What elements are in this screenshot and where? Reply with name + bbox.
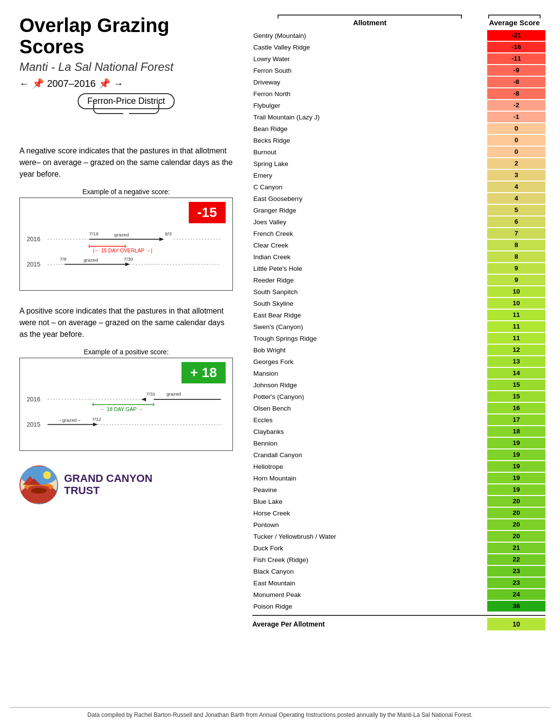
main-content: Overlap Grazing Scores Manti - La Sal Na… bbox=[10, 10, 550, 702]
table-row: East Mountain23 bbox=[252, 577, 545, 589]
allotment-score: 15 bbox=[487, 380, 545, 390]
table-row: Blue Lake20 bbox=[252, 496, 545, 507]
arrow-left-icon: ← bbox=[19, 78, 29, 89]
allotment-name: Fish Creek (Ridge) bbox=[252, 556, 487, 563]
svg-text:←  18 DAY GAP  →: ← 18 DAY GAP → bbox=[100, 406, 143, 412]
arrow-right-icon: → bbox=[114, 78, 123, 89]
district-label: Ferron-Price District bbox=[78, 93, 175, 109]
allotment-name: Crandall Canyon bbox=[252, 451, 487, 459]
svg-text:|←  15 DAY OVERLAP  →|: |← 15 DAY OVERLAP →| bbox=[93, 248, 152, 253]
table-row: French Creek7 bbox=[252, 228, 545, 239]
allotment-name: Claybanks bbox=[252, 428, 487, 435]
allotment-name: Reeder Ridge bbox=[252, 277, 487, 284]
table-row: Indian Creek8 bbox=[252, 251, 545, 263]
allotment-score: 19 bbox=[487, 473, 545, 483]
allotment-name: Heliotrope bbox=[252, 463, 487, 470]
col-allotment-header: Allotment bbox=[254, 15, 485, 27]
allotment-name: Pontown bbox=[252, 521, 487, 529]
svg-text:grazed: grazed bbox=[115, 232, 129, 237]
table-header: Allotment Average Score bbox=[252, 15, 545, 27]
allotment-name: Horse Creek bbox=[252, 510, 487, 517]
allotment-score: 23 bbox=[487, 566, 545, 577]
allotment-score: 0 bbox=[487, 123, 545, 134]
year-range: ← 📌 2007–2016 📌 → bbox=[19, 78, 233, 89]
table-row: Gentry (Mountain)-21 bbox=[252, 30, 545, 41]
avg-score: 10 bbox=[487, 618, 545, 630]
allotment-score: 13 bbox=[487, 356, 545, 367]
table-row: C Canyon4 bbox=[252, 181, 545, 193]
allotment-name: Emery bbox=[252, 172, 487, 179]
avg-label: Average Per Allotment bbox=[252, 620, 487, 628]
allotment-score: 2 bbox=[487, 158, 545, 169]
allotment-name: Ferron North bbox=[252, 90, 487, 98]
svg-text:grazed: grazed bbox=[83, 257, 98, 263]
svg-text:grazed: grazed bbox=[166, 391, 181, 397]
allotment-name: Duck Fork bbox=[252, 545, 487, 552]
allotment-name: Granger Ridge bbox=[252, 207, 487, 214]
allotment-name: Tucker / Yellowbrush / Water bbox=[252, 533, 487, 540]
allotment-score: 8 bbox=[487, 251, 545, 262]
positive-example-box: + 18 2016 ← 18 DAY GAP → 7/31 bbox=[19, 358, 233, 451]
svg-point-42 bbox=[43, 471, 51, 479]
allotment-name: Becks Ridge bbox=[252, 137, 487, 144]
allotment-score: 9 bbox=[487, 275, 545, 285]
allotment-score: 20 bbox=[487, 531, 545, 542]
table-row: Potter's (Canyon)15 bbox=[252, 391, 545, 402]
svg-text:2015: 2015 bbox=[27, 421, 40, 428]
allotment-name: Monument Peak bbox=[252, 591, 487, 598]
table-row: Emery3 bbox=[252, 169, 545, 181]
allotment-score: 10 bbox=[487, 298, 545, 309]
allotment-name: C Canyon bbox=[252, 183, 487, 191]
allotment-score: 20 bbox=[487, 496, 545, 507]
grand-canyon-trust-logo bbox=[19, 465, 58, 504]
allotment-name: Bob Wright bbox=[252, 347, 487, 354]
table-row: Burnout0 bbox=[252, 146, 545, 158]
svg-text:7/9: 7/9 bbox=[60, 256, 66, 262]
pin-icon-left: 📌 bbox=[32, 78, 44, 89]
page: Overlap Grazing Scores Manti - La Sal Na… bbox=[0, 0, 560, 728]
allotment-score: 7 bbox=[487, 228, 545, 239]
allotment-name: Bennion bbox=[252, 440, 487, 447]
allotment-score: -9 bbox=[487, 65, 545, 76]
allotment-score: 19 bbox=[487, 484, 545, 495]
footer: Data compiled by Rachel Barton-Russell a… bbox=[10, 707, 550, 718]
allotment-score: -2 bbox=[487, 100, 545, 111]
allotment-score: 9 bbox=[487, 263, 545, 274]
allotment-score: 20 bbox=[487, 508, 545, 518]
avg-row: Average Per Allotment 10 bbox=[252, 615, 545, 630]
allotment-score: 17 bbox=[487, 414, 545, 425]
svg-text:7/12: 7/12 bbox=[92, 416, 101, 422]
left-panel: Overlap Grazing Scores Manti - La Sal Na… bbox=[10, 10, 243, 702]
allotment-name: Castle Valley Ridge bbox=[252, 44, 487, 51]
allotment-score: 18 bbox=[487, 426, 545, 437]
allotment-name: South Skyline bbox=[252, 300, 487, 307]
allotment-score: -16 bbox=[487, 42, 545, 52]
allotment-score: 19 bbox=[487, 461, 545, 472]
allotment-score: 22 bbox=[487, 554, 545, 565]
allotment-name: Indian Creek bbox=[252, 253, 487, 261]
allotment-name: Bean Ridge bbox=[252, 125, 487, 132]
allotment-name: French Creek bbox=[252, 230, 487, 237]
allotment-name: Georges Fork bbox=[252, 358, 487, 365]
svg-text:2016: 2016 bbox=[27, 396, 40, 403]
allotment-score: 23 bbox=[487, 578, 545, 588]
allotment-name: Eccles bbox=[252, 416, 487, 424]
allotment-score: 8 bbox=[487, 240, 545, 250]
logo-area: GRAND CANYON TRUST bbox=[19, 465, 233, 504]
table-row: Peavine19 bbox=[252, 484, 545, 496]
svg-text:7/31: 7/31 bbox=[146, 391, 155, 397]
allotment-score: 6 bbox=[487, 216, 545, 227]
allotment-score: 14 bbox=[487, 368, 545, 379]
allotment-name: Johnson Ridge bbox=[252, 381, 487, 389]
svg-point-40 bbox=[31, 488, 47, 494]
table-row: Georges Fork13 bbox=[252, 356, 545, 367]
table-row: East Gooseberry4 bbox=[252, 193, 545, 204]
svg-marker-4 bbox=[159, 237, 164, 241]
table-row: Joes Valley6 bbox=[252, 216, 545, 228]
allotment-score: 0 bbox=[487, 135, 545, 146]
allotment-score: 20 bbox=[487, 519, 545, 530]
allotment-score: 11 bbox=[487, 333, 545, 344]
svg-marker-16 bbox=[125, 263, 130, 266]
subtitle: Manti - La Sal National Forest bbox=[19, 60, 233, 74]
allotment-name: East Bear Ridge bbox=[252, 312, 487, 319]
